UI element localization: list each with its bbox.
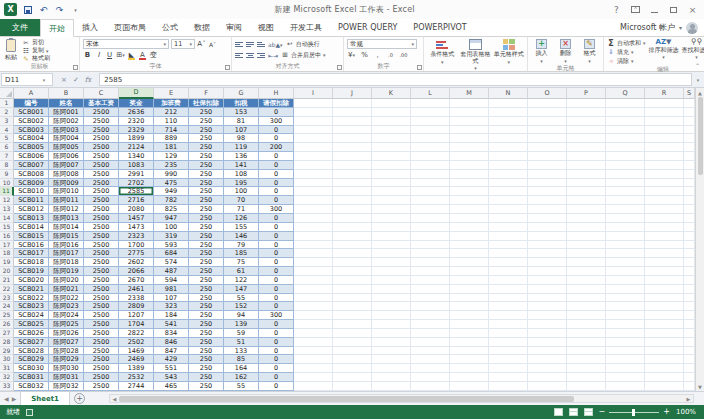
page-break-view-icon[interactable] [584, 408, 593, 416]
horizontal-scroll-thumb[interactable] [119, 396, 574, 402]
cell-H19[interactable]: 0 [259, 258, 294, 267]
cell-P26[interactable] [567, 320, 606, 329]
cell-D13[interactable]: 2080 [119, 205, 154, 214]
cell-O7[interactable] [528, 152, 567, 161]
cell-A9[interactable]: SCB008 [14, 170, 49, 179]
cell-F13[interactable]: 250 [189, 205, 224, 214]
cell-N31[interactable] [489, 364, 528, 373]
cell-P1[interactable] [567, 99, 606, 108]
cell-B23[interactable]: 陈阿022 [49, 294, 84, 303]
cell-I14[interactable] [294, 214, 333, 223]
cell-J2[interactable] [333, 108, 372, 117]
cell-D31[interactable]: 1389 [119, 364, 154, 373]
align-center-icon[interactable] [246, 52, 254, 59]
cell-S1[interactable] [684, 99, 695, 108]
cell-K30[interactable] [372, 355, 411, 364]
cell-D2[interactable]: 2636 [119, 108, 154, 117]
cell-B25[interactable]: 陈阿024 [49, 311, 84, 320]
cell-L20[interactable] [411, 267, 450, 276]
cell-C7[interactable]: 2500 [84, 152, 119, 161]
cell-Q28[interactable] [606, 338, 645, 347]
dialog-launcher-font[interactable] [225, 65, 230, 70]
cell-A15[interactable]: SCB014 [14, 223, 49, 232]
name-box[interactable]: D11▾ [1, 73, 53, 86]
cell-L30[interactable] [411, 355, 450, 364]
cell-C6[interactable]: 2500 [84, 143, 119, 152]
cell-M29[interactable] [450, 347, 489, 356]
cell-S25[interactable] [684, 311, 695, 320]
cell-M16[interactable] [450, 232, 489, 241]
cell-J23[interactable] [333, 294, 372, 303]
cell-O32[interactable] [528, 373, 567, 382]
cell-C31[interactable]: 2500 [84, 364, 119, 373]
cell-O2[interactable] [528, 108, 567, 117]
tab-开始[interactable]: 开始 [40, 19, 74, 37]
cell-K14[interactable] [372, 214, 411, 223]
cell-H15[interactable]: 0 [259, 223, 294, 232]
cell-C2[interactable]: 2500 [84, 108, 119, 117]
cell-P5[interactable] [567, 134, 606, 143]
cell-C25[interactable]: 2500 [84, 311, 119, 320]
cell-E17[interactable]: 593 [154, 241, 189, 250]
cell-B5[interactable]: 陈阿004 [49, 134, 84, 143]
cell-M19[interactable] [450, 258, 489, 267]
cell-F25[interactable]: 250 [189, 311, 224, 320]
cell-G11[interactable]: 100 [224, 187, 259, 196]
cell-J10[interactable] [333, 179, 372, 188]
cell-R14[interactable] [645, 214, 684, 223]
cell-O12[interactable] [528, 196, 567, 205]
cell-M11[interactable] [450, 187, 489, 196]
cell-R1[interactable] [645, 99, 684, 108]
cell-K15[interactable] [372, 223, 411, 232]
cell-F14[interactable]: 250 [189, 214, 224, 223]
cell-S5[interactable] [684, 134, 695, 143]
cell-F16[interactable]: 250 [189, 232, 224, 241]
cell-K13[interactable] [372, 205, 411, 214]
cell-I3[interactable] [294, 117, 333, 126]
cell-L4[interactable] [411, 126, 450, 135]
delete-cells-button[interactable]: × 删除▾ [555, 39, 576, 64]
cell-D7[interactable]: 1340 [119, 152, 154, 161]
cell-J33[interactable] [333, 382, 372, 391]
cell-N24[interactable] [489, 302, 528, 311]
cell-G8[interactable]: 141 [224, 161, 259, 170]
cell-I20[interactable] [294, 267, 333, 276]
cell-M3[interactable] [450, 117, 489, 126]
cell-J24[interactable] [333, 302, 372, 311]
cell-D25[interactable]: 1207 [119, 311, 154, 320]
qat-customize-dropdown[interactable]: ▾ [70, 4, 81, 15]
cell-A21[interactable]: SCB020 [14, 276, 49, 285]
cell-I2[interactable] [294, 108, 333, 117]
cell-N3[interactable] [489, 117, 528, 126]
column-header-C[interactable]: C [84, 88, 119, 99]
borders-button[interactable]: ⊞▾ [116, 51, 125, 59]
cell-J26[interactable] [333, 320, 372, 329]
cell-B13[interactable]: 陈阿012 [49, 205, 84, 214]
zoom-level[interactable]: 100% [676, 408, 696, 416]
cell-M22[interactable] [450, 285, 489, 294]
cell-B28[interactable]: 陈阿027 [49, 338, 84, 347]
cell-D6[interactable]: 2124 [119, 143, 154, 152]
cell-R8[interactable] [645, 161, 684, 170]
cell-P7[interactable] [567, 152, 606, 161]
cell-H29[interactable]: 0 [259, 347, 294, 356]
cell-J17[interactable] [333, 241, 372, 250]
cell-C18[interactable]: 2500 [84, 249, 119, 258]
row-header-21[interactable]: 21 [0, 276, 14, 285]
cell-M20[interactable] [450, 267, 489, 276]
cell-E27[interactable]: 834 [154, 329, 189, 338]
cell-O5[interactable] [528, 134, 567, 143]
redo-button[interactable]: ↷ [54, 4, 65, 15]
tab-视图[interactable]: 视图 [250, 19, 282, 36]
cell-N7[interactable] [489, 152, 528, 161]
cell-D20[interactable]: 2066 [119, 267, 154, 276]
cell-P16[interactable] [567, 232, 606, 241]
cell-D18[interactable]: 2775 [119, 249, 154, 258]
cell-F26[interactable]: 250 [189, 320, 224, 329]
cell-E18[interactable]: 684 [154, 249, 189, 258]
cell-Q25[interactable] [606, 311, 645, 320]
cell-Q7[interactable] [606, 152, 645, 161]
cell-I23[interactable] [294, 294, 333, 303]
cell-J12[interactable] [333, 196, 372, 205]
cell-F27[interactable]: 250 [189, 329, 224, 338]
